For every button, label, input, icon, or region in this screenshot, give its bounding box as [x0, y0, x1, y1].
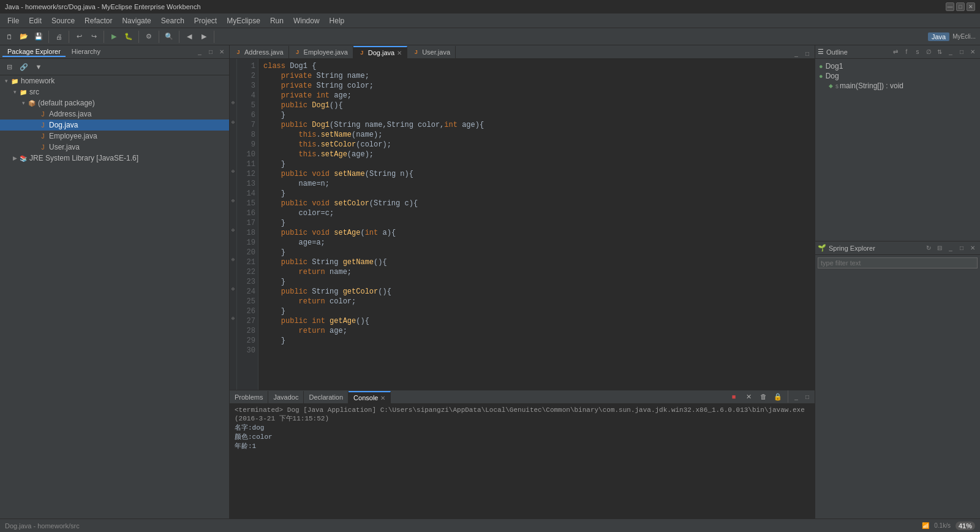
menu-source[interactable]: Source: [47, 15, 80, 26]
pe-tree: ▾ 📁 homework ▾ 📁 src ▾ 📦 (default packag…: [0, 75, 229, 519]
outline-minimize-icon[interactable]: _: [946, 47, 956, 57]
tree-item-src[interactable]: ▾ 📁 src: [0, 86, 229, 97]
spring-filter-input[interactable]: [818, 257, 978, 268]
spring-minimize-icon[interactable]: _: [946, 243, 956, 253]
tab-employee-java[interactable]: J Employee.java: [289, 46, 353, 58]
outline-hide-static-icon[interactable]: s: [913, 47, 922, 57]
code-editor[interactable]: ⊖ ⊖ ⊖ ⊖ ⊖: [230, 59, 815, 390]
tree-item-homework[interactable]: ▾ 📁 homework: [0, 75, 229, 86]
close-button[interactable]: ✕: [967, 2, 975, 11]
tree-item-default-pkg[interactable]: ▾ 📦 (default package): [0, 97, 229, 108]
tab-hierarchy[interactable]: Hierarchy: [67, 47, 105, 57]
next-button[interactable]: ▶: [197, 30, 211, 44]
outline-visibility-icon-main: s: [835, 83, 839, 89]
tab-label-javadoc: Javadoc: [273, 393, 298, 401]
tab-dog-java[interactable]: J Dog.java ✕: [353, 46, 407, 58]
outline-hide-nonpub-icon[interactable]: ∅: [924, 47, 933, 57]
debug-button[interactable]: 🐛: [122, 30, 135, 44]
tree-item-address-java[interactable]: J Address.java: [0, 108, 229, 120]
console-line-1: 名字:dog: [235, 423, 810, 432]
tree-item-employee-java[interactable]: J Employee.java: [0, 131, 229, 142]
console-terminate-button[interactable]: ■: [727, 390, 741, 403]
menu-edit[interactable]: Edit: [24, 15, 47, 26]
outline-sync-icon[interactable]: ⇄: [891, 47, 900, 57]
console-remove-button[interactable]: ✕: [742, 390, 755, 403]
outline-label-dog1: Dog1: [826, 62, 843, 70]
outline-item-main[interactable]: ◆ s main(String[]) : void: [818, 81, 978, 91]
tab-declaration[interactable]: Declaration: [304, 391, 349, 403]
pe-close-icon[interactable]: ✕: [217, 47, 227, 57]
pe-minimize-icon[interactable]: _: [195, 47, 205, 57]
run-button[interactable]: ▶: [107, 30, 121, 44]
console-scroll-lock-button[interactable]: 🔒: [771, 390, 785, 403]
outline-item-dog1[interactable]: ● Dog1: [818, 61, 978, 71]
menu-navigate[interactable]: Navigate: [117, 15, 156, 26]
tree-label-jre: JRE System Library [JavaSE-1.6]: [29, 154, 138, 162]
tab-package-explorer[interactable]: Package Explorer: [2, 47, 66, 57]
tree-arrow-homework[interactable]: ▾: [2, 78, 10, 84]
code-content[interactable]: class Dog1 { private String name; privat…: [258, 59, 815, 390]
editor-tabs: J Address.java J Employee.java J Dog.jav…: [230, 45, 815, 59]
menu-help[interactable]: Help: [325, 15, 350, 26]
tab-console[interactable]: Console ✕: [349, 391, 391, 403]
build-button[interactable]: ⚙: [142, 30, 156, 44]
tree-item-user-java[interactable]: J User.java: [0, 142, 229, 153]
menu-run[interactable]: Run: [265, 15, 288, 26]
save-button[interactable]: 💾: [32, 30, 45, 44]
undo-button[interactable]: ↩: [72, 30, 86, 44]
open-button[interactable]: 📂: [17, 30, 31, 44]
fold-column[interactable]: ⊖ ⊖ ⊖ ⊖ ⊖: [230, 59, 237, 390]
outline-maximize-icon[interactable]: □: [957, 47, 967, 57]
menu-myeclipse[interactable]: MyEclipse: [222, 15, 265, 26]
spring-maximize-icon[interactable]: □: [957, 243, 967, 253]
console-clear-button[interactable]: 🗑: [756, 390, 770, 403]
spring-panel: 🌱 Spring Explorer ↻ ⊟ _ □ ✕: [815, 241, 980, 519]
titlebar-controls: — □ ✕: [946, 2, 975, 11]
toolbar-separator-4: [138, 31, 139, 43]
print-button[interactable]: 🖨: [52, 30, 66, 44]
editor-minimize-icon[interactable]: _: [791, 48, 801, 58]
tree-arrow-src[interactable]: ▾: [11, 89, 18, 95]
outline-item-dog[interactable]: ● Dog: [818, 71, 978, 81]
minimize-button[interactable]: —: [946, 2, 954, 11]
menu-file[interactable]: File: [2, 15, 24, 26]
spring-icon: 🌱: [818, 244, 826, 252]
menu-search[interactable]: Search: [156, 15, 189, 26]
tree-label-dog: Dog.java: [49, 121, 78, 129]
tab-user-java[interactable]: J User.java: [407, 46, 456, 58]
menu-refactor[interactable]: Refactor: [80, 15, 117, 26]
tree-item-dog-java[interactable]: J Dog.java: [0, 120, 229, 131]
tab-close-dog[interactable]: ✕: [397, 50, 402, 56]
main-layout: Package Explorer Hierarchy _ □ ✕ ⊟ 🔗 ▼ ▾…: [0, 45, 980, 519]
tab-close-console[interactable]: ✕: [380, 395, 385, 401]
tab-javadoc[interactable]: Javadoc: [268, 391, 304, 403]
pe-view-menu-button[interactable]: ▼: [32, 60, 45, 74]
pe-maximize-icon[interactable]: □: [206, 47, 216, 57]
pe-link-button[interactable]: 🔗: [17, 60, 31, 74]
new-button[interactable]: 🗒: [2, 30, 16, 44]
prev-button[interactable]: ◀: [183, 30, 196, 44]
spring-close-icon[interactable]: ✕: [968, 243, 978, 253]
tab-address-java[interactable]: J Address.java: [230, 46, 289, 58]
menu-project[interactable]: Project: [189, 15, 222, 26]
outline-sort-icon[interactable]: ⇅: [935, 47, 944, 57]
redo-button[interactable]: ↪: [87, 30, 100, 44]
tree-item-jre[interactable]: ▶ 📚 JRE System Library [JavaSE-1.6]: [0, 153, 229, 164]
tree-arrow-default-pkg[interactable]: ▾: [20, 100, 27, 106]
outline-close-icon[interactable]: ✕: [968, 47, 978, 57]
outline-method-icon-main: ◆: [829, 83, 833, 89]
menu-window[interactable]: Window: [288, 15, 325, 26]
perspective-java[interactable]: Java: [928, 32, 949, 41]
outline-hide-fields-icon[interactable]: f: [902, 47, 911, 57]
perspective-myeclipse[interactable]: MyEcli...: [951, 30, 978, 44]
bottom-maximize-icon[interactable]: □: [802, 392, 812, 401]
maximize-button[interactable]: □: [956, 2, 965, 11]
tree-arrow-jre[interactable]: ▶: [11, 155, 18, 161]
bottom-minimize-icon[interactable]: _: [791, 392, 801, 401]
spring-refresh-icon[interactable]: ↻: [924, 243, 933, 253]
search-button[interactable]: 🔍: [162, 30, 176, 44]
spring-collapse-icon[interactable]: ⊟: [935, 243, 944, 253]
pe-collapse-button[interactable]: ⊟: [2, 60, 16, 74]
tab-problems[interactable]: Problems: [230, 391, 268, 403]
editor-maximize-icon[interactable]: □: [802, 48, 812, 58]
